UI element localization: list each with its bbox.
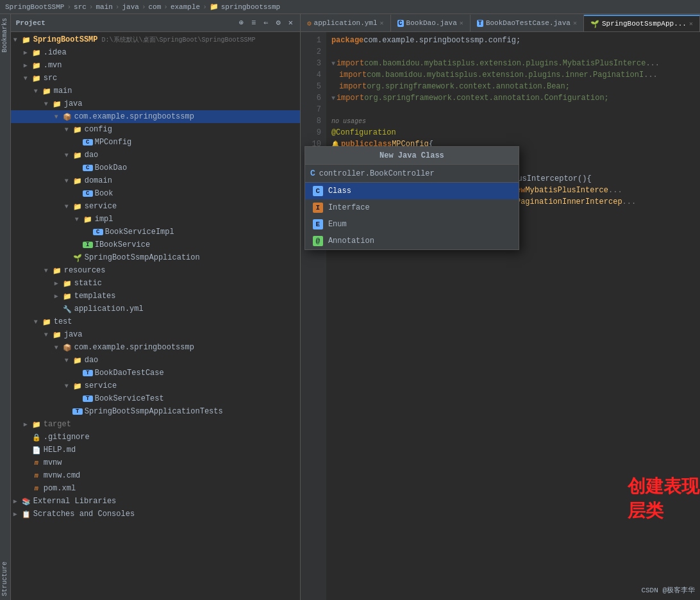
sep1: › bbox=[67, 3, 71, 11]
tree-dao[interactable]: ▼ 📁 dao bbox=[11, 149, 300, 162]
header-icon-locate[interactable]: ⊕ bbox=[237, 17, 246, 28]
sep2: › bbox=[89, 3, 94, 11]
breadcrumb-java: java bbox=[122, 3, 138, 11]
tree-testservice[interactable]: ▼ 📁 service bbox=[11, 379, 300, 392]
interface-option-icon: I bbox=[313, 203, 323, 213]
tree-bookservicetest[interactable]: T BookServiceTest bbox=[11, 392, 300, 405]
line-3: 3 bbox=[301, 58, 326, 69]
tree-helpmd[interactable]: 📄 HELP.md bbox=[11, 444, 300, 456]
code-line-8: no usages bbox=[331, 115, 695, 127]
tree-pkg-root[interactable]: ▼ 📦 com.example.springbootssmp bbox=[11, 110, 300, 123]
line-5: 5 bbox=[301, 81, 326, 92]
line-numbers: 1 2 3 4 5 6 7 8 9 10 11 12 13 14 15 16 1… bbox=[301, 32, 326, 600]
project-header: Project ⊕ ≡ ⇐ ⚙ ✕ bbox=[11, 14, 300, 32]
tab-appyml-icon: ⚙ bbox=[307, 19, 312, 28]
code-line-3: ▼ import com.baomidou.mybatisplus.extens… bbox=[331, 58, 695, 69]
tree-java[interactable]: ▼ 📁 java bbox=[11, 97, 300, 110]
main-layout: Bookmarks Structure Project ⊕ ≡ ⇐ ⚙ ✕ ▼ … bbox=[0, 14, 700, 600]
tree-mvn[interactable]: ▶ 📁 .mvn bbox=[11, 59, 300, 72]
breadcrumb-com: com bbox=[148, 3, 161, 11]
tree-appyml[interactable]: 🔧 application.yml bbox=[11, 303, 300, 315]
tab-bookdao[interactable]: C BookDao.java ✕ bbox=[391, 15, 471, 31]
sep6: › bbox=[203, 3, 207, 11]
project-panel-title: Project bbox=[16, 19, 233, 27]
line-7: 7 bbox=[301, 104, 326, 115]
code-line-7 bbox=[331, 104, 695, 115]
tab-bookdao-label: BookDao.java bbox=[406, 19, 457, 27]
tree-extlibs[interactable]: ▶ 📚 External Libraries bbox=[11, 495, 300, 508]
line-1: 1 bbox=[301, 35, 326, 46]
tree-book[interactable]: C Book bbox=[11, 187, 300, 200]
tree-bookdao[interactable]: C BookDao bbox=[11, 162, 300, 174]
tab-appyml-close[interactable]: ✕ bbox=[380, 19, 384, 27]
dialog-option-class[interactable]: C Class bbox=[305, 183, 519, 199]
header-icon-settings[interactable]: ⚙ bbox=[274, 17, 282, 28]
class-option-icon: C bbox=[313, 186, 323, 196]
header-icon-close[interactable]: ✕ bbox=[287, 17, 295, 28]
dialog-class-icon: C bbox=[310, 169, 315, 178]
code-line-5: import org.springframework.context.annot… bbox=[331, 81, 695, 92]
header-icon-collapse[interactable]: ⇐ bbox=[262, 17, 270, 28]
dialog-class-name-input[interactable] bbox=[319, 169, 513, 178]
tree-target[interactable]: ▶ 📁 target bbox=[11, 418, 300, 431]
tree-resources[interactable]: ▼ 📁 resources bbox=[11, 264, 300, 277]
tab-bookdaotest[interactable]: T BookDaoTestCase.java ✕ bbox=[471, 15, 584, 31]
tab-springapp-close[interactable]: ✕ bbox=[689, 20, 693, 28]
dialog-input-row[interactable]: C bbox=[305, 165, 519, 183]
dialog-option-annotation[interactable]: @ Annotation bbox=[305, 233, 519, 249]
code-line-2 bbox=[331, 46, 695, 58]
header-icon-sort[interactable]: ≡ bbox=[249, 18, 258, 28]
tree-impl[interactable]: ▼ 📁 impl bbox=[11, 213, 300, 226]
tree-root[interactable]: ▼ 📁 SpringBootSSMP D:\系统默认\桌面\SpringBoot… bbox=[11, 33, 300, 46]
tree-scratches[interactable]: ▶ 📋 Scratches and Consoles bbox=[11, 508, 300, 521]
tree-testdao[interactable]: ▼ 📁 dao bbox=[11, 354, 300, 367]
line-2: 2 bbox=[301, 46, 326, 58]
tree-gitignore[interactable]: 🔒 .gitignore bbox=[11, 431, 300, 444]
tree-testpkg[interactable]: ▼ 📦 com.example.springbootssmp bbox=[11, 341, 300, 354]
tab-springapp-label: SpringBootSsmpApp... bbox=[602, 20, 687, 28]
tab-bookdaotest-close[interactable]: ✕ bbox=[573, 19, 577, 27]
tree-idea[interactable]: ▶ 📁 .idea bbox=[11, 46, 300, 59]
tree-mpconfig[interactable]: C MPConfig bbox=[11, 136, 300, 149]
tree-test[interactable]: ▼ 📁 test bbox=[11, 315, 300, 328]
tree-config[interactable]: ▼ 📁 config bbox=[11, 123, 300, 136]
editor-area: ⚙ application.yml ✕ C BookDao.java ✕ T B… bbox=[301, 14, 700, 600]
tab-appyml[interactable]: ⚙ application.yml ✕ bbox=[301, 15, 391, 31]
tree-springapptests[interactable]: T SpringBootSsmpApplicationTests bbox=[11, 405, 300, 418]
tree-bookserviceimpl[interactable]: C BookServiceImpl bbox=[11, 226, 300, 238]
tree-springapp[interactable]: 🌱 SpringBootSsmpApplication bbox=[11, 251, 300, 264]
line-4: 4 bbox=[301, 69, 326, 81]
tree-ibookservice[interactable]: I IBookService bbox=[11, 238, 300, 251]
dialog-option-enum[interactable]: E Enum bbox=[305, 216, 519, 233]
tab-bookdao-close[interactable]: ✕ bbox=[460, 19, 463, 27]
left-side-tabs: Bookmarks Structure bbox=[0, 14, 11, 600]
breadcrumb-project: SpringBootSSMP bbox=[5, 3, 64, 11]
enum-option-icon: E bbox=[313, 219, 323, 229]
tree-static[interactable]: ▶ 📁 static bbox=[11, 277, 300, 290]
annotation-option-icon: @ bbox=[313, 236, 323, 246]
tab-springapp[interactable]: 🌱 SpringBootSsmpApp... ✕ bbox=[584, 15, 700, 31]
tree-bookdaotestcase[interactable]: T BookDaoTestCase bbox=[11, 367, 300, 379]
tree-src[interactable]: ▼ 📁 src bbox=[11, 72, 300, 85]
tab-bookdaotest-label: BookDaoTestCase.java bbox=[486, 19, 571, 27]
tree-mvnwcmd[interactable]: m mvnw.cmd bbox=[11, 469, 300, 482]
tree-templates[interactable]: ▶ 📁 templates bbox=[11, 290, 300, 303]
structure-tab[interactable]: Structure bbox=[0, 558, 10, 600]
tree-main[interactable]: ▼ 📁 main bbox=[11, 85, 300, 97]
watermark: CSDN @极客李华 bbox=[641, 585, 695, 595]
tab-bookdao-icon: C bbox=[397, 20, 404, 27]
tree-pomxml[interactable]: m pom.xml bbox=[11, 482, 300, 495]
chinese-annotation: 创建表现层类 bbox=[628, 474, 700, 523]
tree-testjava[interactable]: ▼ 📁 java bbox=[11, 328, 300, 341]
sep5: › bbox=[163, 3, 168, 11]
tree-service[interactable]: ▼ 📁 service bbox=[11, 200, 300, 213]
line-8: 8 bbox=[301, 115, 326, 127]
editor-content: 1 2 3 4 5 6 7 8 9 10 11 12 13 14 15 16 1… bbox=[301, 32, 700, 600]
tree-mvnw[interactable]: m mvnw bbox=[11, 456, 300, 469]
dialog-option-interface[interactable]: I Interface bbox=[305, 199, 519, 216]
class-option-label: Class bbox=[328, 187, 351, 196]
code-line-4: import com.baomidou.mybatisplus.extensio… bbox=[331, 69, 695, 81]
bookmarks-tab[interactable]: Bookmarks bbox=[0, 14, 10, 56]
line-6: 6 bbox=[301, 92, 326, 104]
tree-domain[interactable]: ▼ 📁 domain bbox=[11, 174, 300, 187]
